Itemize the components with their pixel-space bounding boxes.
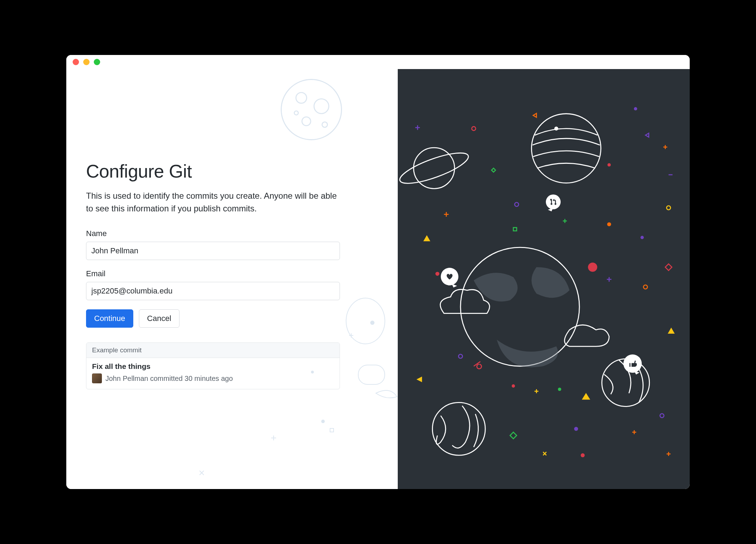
example-commit-header: Example commit (86, 343, 340, 358)
svg-point-13 (398, 147, 471, 189)
moon-illustration (278, 76, 345, 143)
cancel-button[interactable]: Cancel (139, 309, 179, 328)
svg-point-7 (314, 99, 329, 114)
svg-point-8 (302, 117, 311, 126)
name-input[interactable] (86, 242, 340, 260)
svg-rect-4 (358, 365, 385, 384)
app-window: Configure Git This is used to identify t… (66, 55, 690, 489)
svg-point-23 (607, 222, 611, 226)
svg-point-32 (660, 414, 664, 418)
name-label: Name (86, 229, 378, 238)
svg-point-10 (294, 111, 298, 115)
example-commit-title: Fix all the things (92, 362, 334, 371)
thumbs-up-icon (623, 354, 642, 373)
svg-point-25 (435, 272, 439, 276)
svg-point-24 (640, 236, 644, 239)
pull-request-icon (546, 194, 561, 209)
svg-point-31 (574, 427, 578, 431)
svg-point-26 (644, 285, 647, 289)
email-field-group: Email (86, 269, 378, 300)
svg-rect-2 (330, 428, 334, 432)
titlebar (66, 55, 690, 69)
email-label: Email (86, 269, 378, 278)
svg-point-34 (666, 206, 670, 210)
example-commit-meta: John Pellman committed 30 minutes ago (92, 373, 334, 383)
window-close-button[interactable] (73, 59, 79, 65)
window-maximize-button[interactable] (94, 59, 100, 65)
svg-point-28 (458, 354, 462, 358)
email-input[interactable] (86, 282, 340, 300)
svg-point-5 (281, 80, 342, 140)
svg-point-15 (554, 126, 558, 130)
svg-point-27 (588, 262, 597, 272)
button-row: Continue Cancel (86, 309, 378, 328)
svg-point-11 (461, 247, 579, 366)
left-pane: Configure Git This is used to identify t… (66, 69, 398, 489)
avatar (92, 373, 102, 383)
window-body: Configure Git This is used to identify t… (66, 69, 690, 489)
svg-point-1 (321, 420, 325, 423)
heart-icon (441, 268, 458, 285)
example-commit-meta-text: John Pellman committed 30 minutes ago (105, 375, 233, 383)
page-title: Configure Git (86, 161, 378, 182)
continue-button[interactable]: Continue (86, 309, 133, 328)
svg-point-20 (608, 163, 611, 166)
svg-rect-22 (513, 228, 517, 231)
svg-point-18 (472, 126, 476, 130)
svg-point-21 (515, 203, 519, 206)
svg-point-29 (512, 384, 515, 388)
svg-point-14 (531, 114, 601, 183)
svg-point-33 (581, 453, 585, 457)
right-pane (398, 69, 690, 489)
svg-point-12 (414, 148, 455, 188)
example-commit-card: Example commit Fix all the things John P… (86, 342, 340, 389)
example-commit-body: Fix all the things John Pellman committe… (86, 358, 340, 389)
svg-point-30 (558, 388, 561, 391)
window-minimize-button[interactable] (83, 59, 90, 65)
page-description: This is used to identify the commits you… (86, 190, 340, 215)
svg-point-19 (634, 107, 637, 110)
name-field-group: Name (86, 229, 378, 260)
svg-point-9 (322, 122, 327, 127)
svg-point-6 (296, 93, 306, 103)
